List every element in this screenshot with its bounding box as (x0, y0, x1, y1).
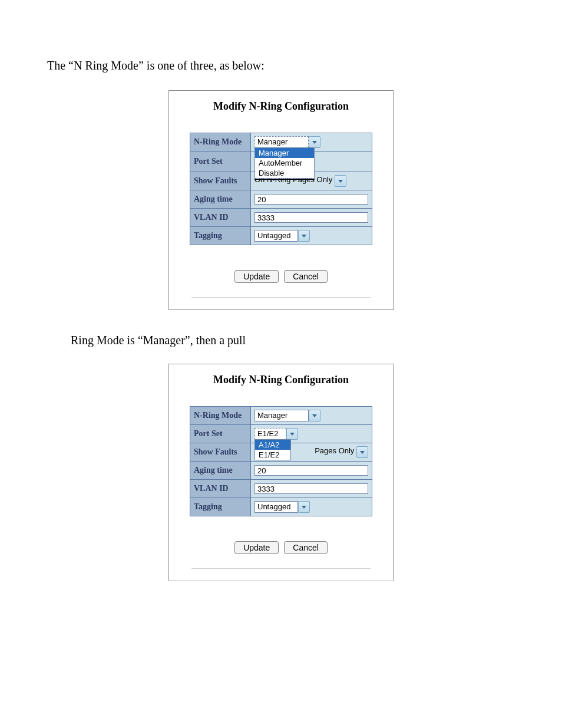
label-show-faults: Show Faults (190, 443, 251, 462)
option-automember[interactable]: AutoMember (255, 158, 314, 168)
chevron-down-icon[interactable] (335, 175, 346, 187)
label-vlanid: VLAN ID (190, 209, 251, 227)
label-tagging: Tagging (190, 227, 251, 245)
config-panel-2: Modify N-Ring Configuration N-Ring Mode … (168, 364, 394, 581)
panel-title: Modify N-Ring Configuration (169, 97, 393, 133)
show-faults-suffix: Pages Only (315, 446, 354, 455)
chevron-down-icon[interactable] (309, 136, 320, 148)
port-set-select[interactable]: E1/E2 (254, 428, 286, 440)
divider (191, 568, 371, 569)
config-table: N-Ring Mode Manager Port Set E1/E2 A1/A2… (190, 406, 372, 516)
panel-title: Modify N-Ring Configuration (169, 370, 393, 406)
label-nring-mode: N-Ring Mode (190, 133, 251, 151)
label-port-set: Port Set (190, 151, 251, 172)
chevron-down-icon[interactable] (298, 501, 310, 513)
label-port-set: Port Set (190, 425, 251, 443)
label-agingtime: Aging time (190, 462, 251, 480)
option-a1a2[interactable]: A1/A2 (255, 440, 290, 450)
chevron-down-icon[interactable] (309, 410, 320, 421)
agingtime-input[interactable]: 20 (254, 194, 368, 205)
nring-mode-select[interactable]: Manager (254, 136, 309, 148)
tagging-select[interactable]: Untagged (254, 501, 298, 513)
label-tagging: Tagging (190, 498, 251, 516)
update-button[interactable]: Update (234, 270, 279, 283)
nring-mode-dropdown[interactable]: Manager AutoMember Disable (254, 147, 315, 179)
option-manager[interactable]: Manager (255, 148, 314, 158)
label-agingtime: Aging time (190, 190, 251, 209)
cancel-button[interactable]: Cancel (284, 270, 328, 283)
option-disable[interactable]: Disable (255, 168, 314, 178)
nring-mode-select[interactable]: Manager (254, 410, 309, 421)
label-vlanid: VLAN ID (190, 480, 251, 498)
config-table: N-Ring Mode Manager Manager AutoMember D… (190, 133, 372, 245)
chevron-down-icon[interactable] (356, 446, 368, 458)
cancel-button[interactable]: Cancel (284, 541, 328, 554)
port-set-dropdown[interactable]: A1/A2 E1/E2 (254, 439, 291, 460)
vlanid-input[interactable]: 3333 (254, 212, 368, 223)
show-faults-suffix: Only (317, 175, 333, 184)
label-nring-mode: N-Ring Mode (190, 407, 251, 425)
label-show-faults: Show Faults (190, 172, 251, 190)
tagging-select[interactable]: Untagged (254, 230, 298, 242)
config-panel-1: Modify N-Ring Configuration N-Ring Mode … (168, 90, 394, 310)
intro-text: The “N Ring Mode” is one of three, as be… (47, 59, 515, 73)
option-e1e2[interactable]: E1/E2 (255, 450, 290, 460)
mid-text: Ring Mode is “Manager”, then a pull (71, 334, 515, 347)
divider (191, 297, 371, 298)
vlanid-input[interactable]: 3333 (254, 483, 368, 494)
chevron-down-icon[interactable] (298, 230, 310, 242)
update-button[interactable]: Update (234, 541, 279, 554)
agingtime-input[interactable]: 20 (254, 465, 368, 476)
chevron-down-icon[interactable] (286, 428, 298, 440)
